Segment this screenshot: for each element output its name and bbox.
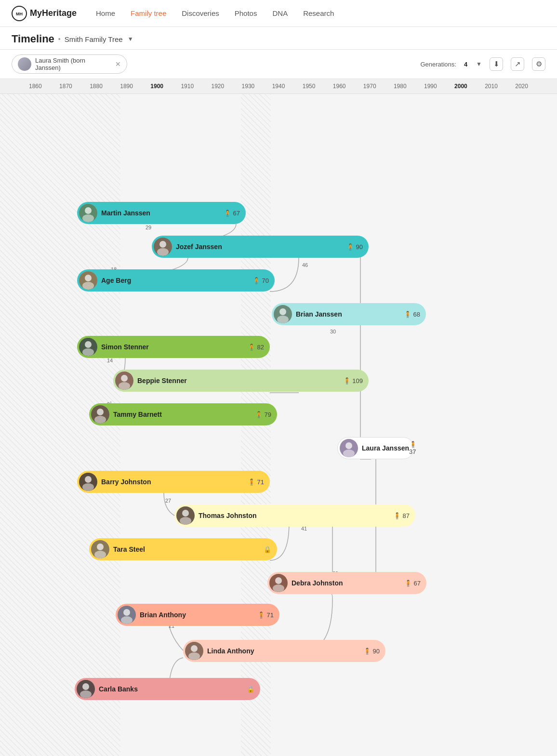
page-title: Timeline <box>12 33 54 45</box>
download-button[interactable]: ⬇ <box>490 57 503 71</box>
share-button[interactable]: ↗ <box>511 57 524 71</box>
person-bar-age-berg[interactable]: Age Berg 🧍 70 <box>77 269 275 292</box>
avatar-debra <box>269 574 288 592</box>
settings-button[interactable]: ⚙ <box>532 57 545 71</box>
person-bar-barry[interactable]: Barry Johnston 🧍 71 <box>77 471 270 493</box>
svg-point-2 <box>85 207 92 214</box>
person-age-barry: 🧍 71 <box>248 478 264 486</box>
tree-chevron-icon[interactable]: ▼ <box>128 36 133 42</box>
timeline-area: 29 18 46 30 14 63 9 27 41 29 21 40 Marti… <box>0 94 557 756</box>
person-name-carla: Carla Banks <box>99 685 247 693</box>
person-bar-jozef[interactable]: Jozef Janssen 🧍 90 <box>152 236 369 258</box>
generations-label: Generations: <box>420 61 456 68</box>
person-search-box[interactable]: Laura Smith (born Janssen) ✕ <box>12 54 127 74</box>
person-name-brian-j: Brian Janssen <box>296 310 404 318</box>
person-age-laura: 🧍 37 <box>409 441 417 455</box>
svg-point-27 <box>121 616 133 624</box>
person-age-tammy: 🧍 79 <box>255 411 271 418</box>
person-name-beppie: Beppie Stenner <box>137 377 343 385</box>
person-bar-linda[interactable]: Linda Anthony 🧍 90 <box>183 640 385 662</box>
person-name-tammy: Tammy Barnett <box>113 411 255 418</box>
svg-point-31 <box>80 690 92 698</box>
year-1990: 1990 <box>424 83 437 90</box>
svg-point-26 <box>123 609 130 616</box>
age-label-46: 46 <box>302 262 308 268</box>
person-bar-thomas[interactable]: Thomas Johnston 🧍 87 <box>174 504 415 527</box>
search-person-name: Laura Smith (born Janssen) <box>35 57 111 71</box>
person-bar-martin[interactable]: Martin Janssen 🧍 67 <box>77 202 246 224</box>
year-1860: 1860 <box>29 83 42 90</box>
svg-point-16 <box>345 442 352 449</box>
svg-point-4 <box>159 241 166 248</box>
svg-point-30 <box>82 683 89 690</box>
nav-home[interactable]: Home <box>96 7 115 19</box>
svg-point-18 <box>85 476 92 483</box>
avatar-laura <box>340 439 358 457</box>
person-name-tara: Tara Steel <box>113 545 264 553</box>
person-bar-tara[interactable]: Tara Steel 🔒 <box>89 538 277 560</box>
person-bar-simon[interactable]: Simon Stenner 🧍 82 <box>77 336 270 358</box>
person-name-debra: Debra Johnston <box>292 579 404 587</box>
title-dot: • <box>58 35 61 43</box>
nav-dna[interactable]: DNA <box>272 7 288 19</box>
person-name-jozef: Jozef Janssen <box>176 243 346 251</box>
svg-point-22 <box>97 544 104 550</box>
year-2020: 2020 <box>515 83 528 90</box>
year-2000: 2000 <box>454 83 467 90</box>
avatar-brian-j <box>274 305 292 323</box>
year-1980: 1980 <box>394 83 407 90</box>
person-name-martin: Martin Janssen <box>101 209 224 217</box>
avatar-martin <box>79 204 97 222</box>
logo[interactable]: MH MyHeritage <box>12 6 77 21</box>
svg-point-7 <box>82 282 94 290</box>
age-label-27: 27 <box>165 498 171 504</box>
svg-point-11 <box>82 348 94 356</box>
person-bar-laura[interactable]: Laura Janssen 🧍 37 <box>337 437 414 459</box>
person-bar-beppie[interactable]: Beppie Stenner 🧍 109 <box>113 370 369 392</box>
svg-point-10 <box>85 341 92 348</box>
year-1910: 1910 <box>181 83 194 90</box>
nav-discoveries[interactable]: Discoveries <box>182 7 219 19</box>
navigation: MH MyHeritage Home Family tree Discoveri… <box>0 0 557 27</box>
person-bar-debra[interactable]: Debra Johnston 🧍 67 <box>267 572 426 594</box>
person-age-age-berg: 🧍 70 <box>252 277 269 284</box>
person-bar-tammy[interactable]: Tammy Barnett 🧍 79 <box>89 403 277 425</box>
person-name-brian-a: Brian Anthony <box>140 611 257 619</box>
generations-value: 4 <box>464 61 467 68</box>
avatar-barry <box>79 473 97 491</box>
nav-photos[interactable]: Photos <box>235 7 257 19</box>
person-bar-brian-a[interactable]: Brian Anthony 🧍 71 <box>116 604 279 626</box>
person-age-tara: 🔒 <box>264 546 271 553</box>
svg-point-14 <box>97 409 104 415</box>
person-age-jozef: 🧍 90 <box>346 243 363 251</box>
tree-name-selector[interactable]: Smith Family Tree <box>65 35 123 43</box>
avatar-simon <box>79 338 97 356</box>
person-age-beppie: 🧍 109 <box>343 377 363 385</box>
logo-icon: MH <box>12 6 27 21</box>
nav-family-tree[interactable]: Family tree <box>131 7 166 19</box>
timeline-ruler: 1860 1870 1880 1890 1900 1910 1920 1930 … <box>0 79 557 94</box>
svg-point-23 <box>94 551 106 558</box>
page-header: Timeline • Smith Family Tree ▼ <box>0 27 557 50</box>
toolbar-right: Generations: 4 ▼ ⬇ ↗ ⚙ <box>420 57 545 71</box>
svg-point-21 <box>180 517 191 525</box>
svg-point-3 <box>82 214 94 222</box>
year-1870: 1870 <box>59 83 72 90</box>
person-bar-brian-j[interactable]: Brian Janssen 🧍 68 <box>272 303 426 325</box>
nav-research[interactable]: Research <box>303 7 334 19</box>
svg-point-17 <box>343 450 355 457</box>
svg-point-8 <box>279 308 286 315</box>
nav-links: Home Family tree Discoveries Photos DNA … <box>96 7 545 19</box>
avatar-linda <box>185 642 203 660</box>
person-name-laura: Laura Janssen <box>362 444 409 452</box>
year-1970: 1970 <box>363 83 376 90</box>
search-clear-icon[interactable]: ✕ <box>115 60 121 68</box>
svg-point-13 <box>119 382 130 390</box>
year-2010: 2010 <box>485 83 498 90</box>
person-age-debra: 🧍 67 <box>404 580 421 587</box>
person-bar-carla[interactable]: Carla Banks 🔒 <box>75 678 260 700</box>
person-age-brian-a: 🧍 71 <box>257 611 274 619</box>
generations-chevron-icon[interactable]: ▼ <box>476 61 482 67</box>
avatar-beppie <box>115 371 133 390</box>
svg-point-24 <box>275 577 282 584</box>
